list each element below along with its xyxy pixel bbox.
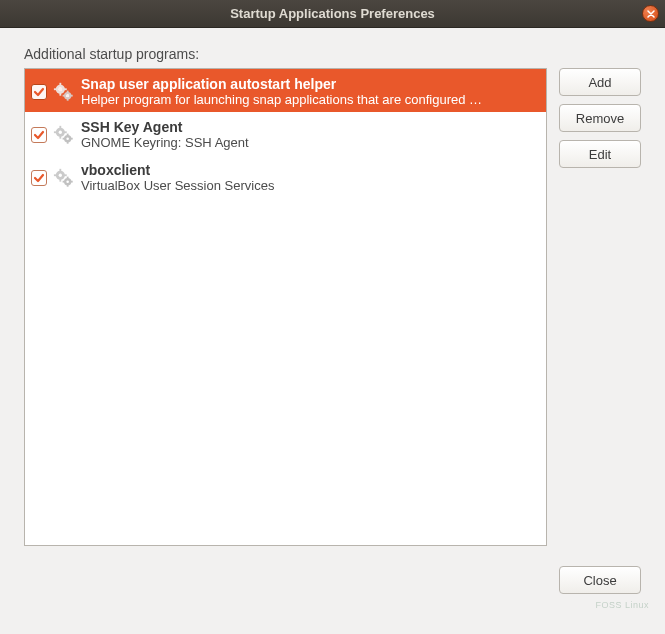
svg-point-25 <box>59 174 62 177</box>
svg-rect-28 <box>54 174 57 176</box>
svg-rect-10 <box>63 95 65 97</box>
window-close-button[interactable] <box>642 5 659 22</box>
window-title: Startup Applications Preferences <box>230 6 435 21</box>
content-area: Additional startup programs: Snap user a… <box>0 28 665 560</box>
gears-icon <box>53 167 75 189</box>
add-button[interactable]: Add <box>559 68 641 96</box>
svg-rect-11 <box>70 95 72 97</box>
list-item-description: VirtualBox User Session Services <box>81 178 540 193</box>
enable-checkbox[interactable] <box>31 170 47 186</box>
list-item-description: Helper program for launching snap applic… <box>81 92 540 107</box>
svg-rect-16 <box>54 131 57 133</box>
enable-checkbox[interactable] <box>31 84 47 100</box>
gears-icon <box>53 124 75 146</box>
svg-rect-2 <box>59 83 61 86</box>
list-item[interactable]: Snap user application autostart helperHe… <box>25 69 546 112</box>
svg-rect-29 <box>64 174 67 176</box>
startup-programs-list[interactable]: Snap user application autostart helperHe… <box>24 68 547 546</box>
remove-button[interactable]: Remove <box>559 104 641 132</box>
svg-rect-26 <box>59 169 61 172</box>
svg-point-7 <box>66 94 69 97</box>
svg-rect-32 <box>67 177 69 179</box>
footer: Close <box>0 566 665 608</box>
svg-rect-20 <box>67 134 69 136</box>
svg-rect-4 <box>54 88 57 90</box>
list-item-title: vboxclient <box>81 162 540 178</box>
svg-rect-14 <box>59 126 61 129</box>
enable-checkbox[interactable] <box>31 127 47 143</box>
list-item-description: GNOME Keyring: SSH Agent <box>81 135 540 150</box>
titlebar: Startup Applications Preferences <box>0 0 665 28</box>
close-icon <box>647 10 655 18</box>
list-item-title: SSH Key Agent <box>81 119 540 135</box>
svg-rect-3 <box>59 93 61 96</box>
list-item-title: Snap user application autostart helper <box>81 76 540 92</box>
list-item[interactable]: SSH Key AgentGNOME Keyring: SSH Agent <box>25 112 546 155</box>
svg-rect-8 <box>67 91 69 93</box>
svg-rect-5 <box>64 88 67 90</box>
list-item-text: Snap user application autostart helperHe… <box>81 74 540 107</box>
svg-point-1 <box>59 88 62 91</box>
edit-button[interactable]: Edit <box>559 140 641 168</box>
list-item-text: vboxclientVirtualBox User Session Servic… <box>81 160 540 193</box>
svg-rect-17 <box>64 131 67 133</box>
svg-rect-35 <box>70 181 72 183</box>
close-button[interactable]: Close <box>559 566 641 594</box>
list-item[interactable]: vboxclientVirtualBox User Session Servic… <box>25 155 546 198</box>
main-row: Snap user application autostart helperHe… <box>24 68 641 546</box>
svg-rect-15 <box>59 136 61 139</box>
button-column: Add Remove Edit <box>559 68 641 546</box>
svg-rect-9 <box>67 98 69 100</box>
svg-rect-34 <box>63 181 65 183</box>
svg-rect-27 <box>59 179 61 182</box>
section-label: Additional startup programs: <box>24 46 641 62</box>
svg-point-31 <box>66 180 69 183</box>
svg-point-13 <box>59 131 62 134</box>
svg-point-19 <box>66 137 69 140</box>
svg-rect-21 <box>67 141 69 143</box>
svg-rect-33 <box>67 184 69 186</box>
svg-rect-22 <box>63 138 65 140</box>
svg-rect-23 <box>70 138 72 140</box>
list-item-text: SSH Key AgentGNOME Keyring: SSH Agent <box>81 117 540 150</box>
gears-icon <box>53 81 75 103</box>
